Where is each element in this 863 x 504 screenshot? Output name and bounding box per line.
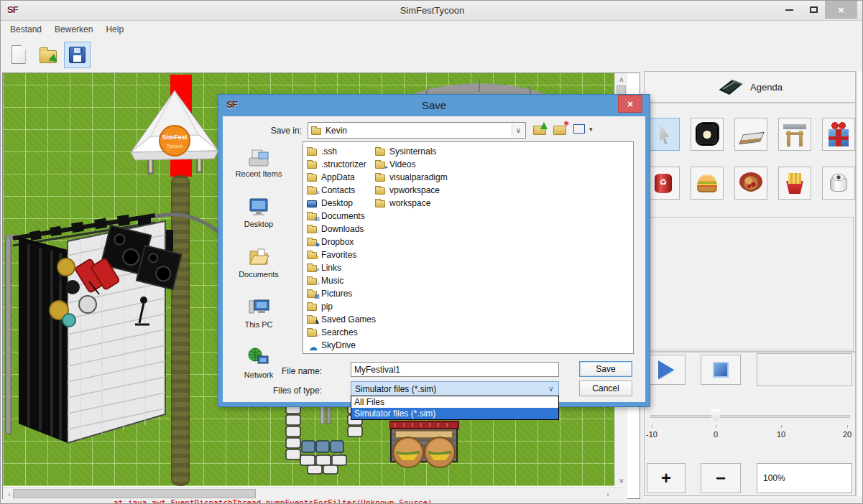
file-list-column-2: Sysinternals ▸ Videos bbox=[375, 145, 448, 210]
file-list-item[interactable]: .structorizer bbox=[307, 158, 376, 171]
place-desktop[interactable]: Desktop bbox=[230, 195, 287, 246]
zoom-out-button[interactable]: − bbox=[701, 463, 741, 493]
fries-stand-tool-button[interactable] bbox=[778, 167, 811, 200]
save-in-combobox[interactable]: Kevin ∨ bbox=[308, 122, 526, 139]
trash-tool-button[interactable] bbox=[647, 167, 680, 200]
horizontal-scroll-thumb[interactable] bbox=[13, 489, 256, 498]
zoom-level-field[interactable]: 100% bbox=[757, 463, 852, 493]
file-name-input[interactable] bbox=[351, 362, 559, 377]
scroll-down-icon[interactable]: ∨ bbox=[615, 475, 627, 486]
links-folder-icon: ↗ bbox=[307, 263, 318, 272]
select-tool-button[interactable] bbox=[647, 118, 680, 151]
file-list-item[interactable]: ≡ Contacts bbox=[307, 184, 376, 197]
file-list-item[interactable]: vpworkspace bbox=[375, 184, 448, 197]
file-list-item[interactable]: ★ Favorites bbox=[307, 248, 376, 261]
dialog-close-button[interactable]: × bbox=[618, 95, 642, 113]
downloads-folder-icon: ↓ bbox=[307, 225, 318, 233]
slider-thumb[interactable] bbox=[711, 409, 720, 422]
road-tool-button[interactable] bbox=[734, 118, 767, 151]
burger-stand-tool-button[interactable] bbox=[691, 167, 724, 200]
panel-scroll-gutter bbox=[857, 71, 863, 496]
save-file-button[interactable] bbox=[64, 42, 91, 68]
canvas-horizontal-scrollbar[interactable]: ‹ › bbox=[3, 487, 627, 500]
file-list-item[interactable]: ▸ Videos bbox=[375, 158, 448, 171]
folder-icon bbox=[375, 199, 386, 207]
cursor-icon bbox=[651, 122, 675, 146]
close-button[interactable]: × bbox=[825, 1, 857, 19]
file-label: pip bbox=[321, 302, 333, 312]
file-list-item[interactable]: workspace bbox=[375, 197, 448, 210]
file-label: Videos bbox=[389, 159, 415, 169]
file-list-item[interactable]: ◆ Dropbox bbox=[307, 235, 376, 248]
documents-folder-icon: ▤ bbox=[307, 212, 318, 220]
dialog-toolbar: ▾ bbox=[533, 123, 593, 136]
file-list-item[interactable]: AppData bbox=[307, 171, 376, 184]
toilet-tool-button[interactable] bbox=[822, 167, 855, 200]
option-all-files[interactable]: All Files bbox=[351, 396, 558, 408]
file-label: workspace bbox=[389, 198, 430, 208]
option-simulator-files[interactable]: Simulator files (*.sim) bbox=[351, 408, 558, 419]
place-documents[interactable]: Documents bbox=[230, 246, 287, 296]
speed-slider[interactable] bbox=[650, 415, 850, 418]
cancel-button[interactable]: Cancel bbox=[579, 381, 632, 396]
dialog-titlebar[interactable]: SF Save × bbox=[218, 95, 650, 116]
folder-icon bbox=[375, 186, 386, 195]
spotlight-tool-button[interactable] bbox=[691, 118, 724, 151]
file-list-item[interactable]: ○ Searches bbox=[307, 326, 376, 339]
menu-help[interactable]: Help bbox=[99, 23, 130, 36]
minimize-button[interactable] bbox=[778, 1, 800, 19]
file-list-item[interactable]: Sysinternals bbox=[375, 145, 448, 158]
file-list-item[interactable]: ♪ Music bbox=[307, 274, 376, 287]
file-list-item[interactable]: pip bbox=[307, 300, 376, 313]
combo-arrow-icon[interactable]: ∨ bbox=[512, 123, 525, 137]
file-list[interactable]: .ssh .structorizer bbox=[303, 141, 634, 354]
scroll-right-icon[interactable]: › bbox=[601, 488, 614, 500]
new-file-button[interactable] bbox=[5, 42, 32, 68]
file-list-item[interactable]: .ssh bbox=[307, 145, 376, 158]
agenda-button[interactable]: Agenda bbox=[645, 72, 855, 103]
combo-arrow-icon[interactable]: ∨ bbox=[545, 383, 558, 395]
place-this-pc[interactable]: This PC bbox=[230, 296, 287, 346]
file-list-item[interactable]: ▤ Documents bbox=[307, 210, 376, 223]
stop-button[interactable] bbox=[701, 355, 741, 385]
open-file-button[interactable] bbox=[34, 42, 61, 68]
zoom-in-button[interactable]: + bbox=[647, 463, 686, 493]
file-list-item[interactable]: ☁ SkyDrive bbox=[307, 339, 376, 352]
file-label: visualparadigm bbox=[389, 172, 448, 182]
file-list-item[interactable]: visualparadigm bbox=[375, 171, 448, 184]
skydrive-cloud-icon: ☁ bbox=[307, 341, 318, 350]
place-recent-items[interactable]: Recent Items bbox=[230, 145, 287, 195]
gift-shop-tool-button[interactable] bbox=[822, 118, 855, 151]
create-new-folder-icon[interactable] bbox=[553, 123, 568, 136]
file-list-item[interactable]: ↗ Links bbox=[307, 261, 376, 274]
spotlight-icon bbox=[697, 124, 717, 144]
folder-icon bbox=[375, 147, 386, 156]
searches-folder-icon: ○ bbox=[307, 328, 318, 337]
view-menu-button[interactable]: ▾ bbox=[573, 123, 593, 136]
folder-icon bbox=[307, 147, 318, 156]
file-list-item[interactable]: ↓ Downloads bbox=[307, 223, 376, 235]
view-menu-icon bbox=[573, 123, 588, 136]
save-dialog: SF Save × Save in: Kevin ∨ ▾ bbox=[218, 95, 650, 406]
favorites-folder-icon: ★ bbox=[307, 251, 318, 259]
files-of-type-combobox[interactable]: Simulator files (*.sim) ∨ bbox=[351, 381, 559, 396]
file-list-item[interactable]: ♞ Saved Games bbox=[307, 313, 376, 326]
tick-mark bbox=[652, 425, 652, 428]
play-button[interactable] bbox=[647, 355, 686, 385]
file-list-item[interactable]: ▦ Pictures bbox=[307, 287, 376, 300]
console-strip: at java.awt.EventDispatchThread.pumpEven… bbox=[1, 499, 863, 504]
gate-tool-button[interactable] bbox=[778, 118, 811, 151]
place-label: Recent Items bbox=[236, 169, 282, 178]
tick-label-10: 10 bbox=[768, 430, 794, 439]
maximize-button[interactable] bbox=[803, 1, 824, 19]
pizza-stand-tool-button[interactable] bbox=[734, 167, 767, 200]
desktop-icon bbox=[246, 195, 271, 218]
up-one-level-icon[interactable] bbox=[533, 123, 548, 136]
file-list-item[interactable]: Desktop bbox=[307, 197, 376, 210]
entrance-tent: SimFest Tycoon bbox=[126, 89, 223, 178]
menu-bestand[interactable]: Bestand bbox=[4, 23, 48, 36]
save-button[interactable]: Save bbox=[579, 361, 632, 377]
menu-bewerken[interactable]: Bewerken bbox=[48, 23, 99, 36]
scroll-up-icon[interactable]: ∧ bbox=[615, 73, 627, 85]
agenda-book-icon bbox=[717, 78, 743, 96]
